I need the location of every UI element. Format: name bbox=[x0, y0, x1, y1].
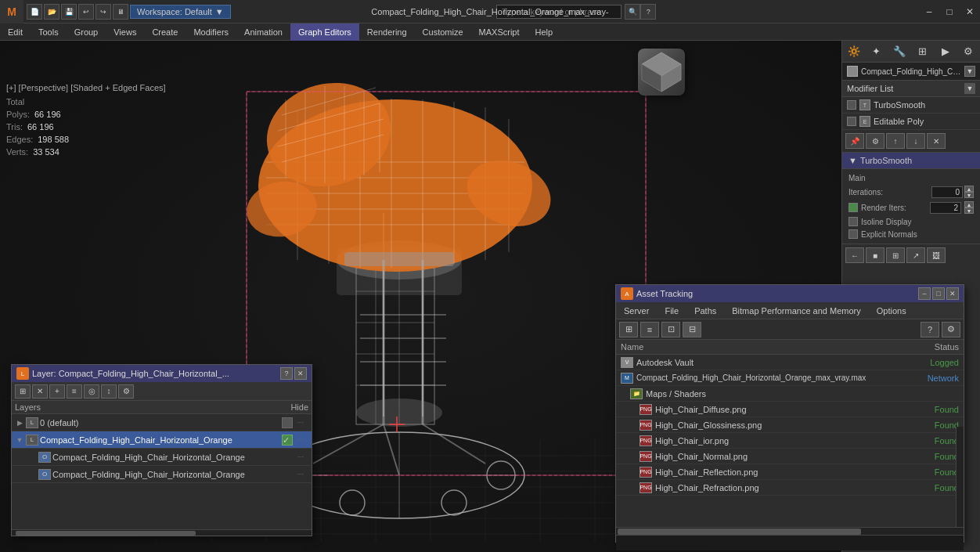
navigation-cube[interactable] bbox=[638, 49, 693, 103]
asset-row-maxfile[interactable]: M Compact_Folding_High_Chair_Horizontal_… bbox=[616, 370, 964, 386]
asset-menu-bitmap-perf[interactable]: Bitmap Performance and Memory bbox=[724, 305, 868, 317]
layer-icon-btn[interactable]: ⊞ bbox=[15, 384, 31, 399]
layer-scrollbar[interactable] bbox=[12, 529, 312, 536]
open-icon[interactable]: 📂 bbox=[44, 4, 59, 20]
asset-tb-btn1[interactable]: ⊞ bbox=[619, 322, 638, 337]
menu-edit[interactable]: Edit bbox=[0, 23, 31, 41]
redo-icon[interactable]: ↪ bbox=[95, 4, 111, 20]
minimize-button[interactable]: – bbox=[919, 2, 939, 22]
subtool-2[interactable]: ■ bbox=[866, 247, 885, 263]
asset-menu-file[interactable]: File bbox=[657, 305, 686, 317]
hierarchy-icon[interactable]: ⊞ bbox=[914, 43, 931, 60]
object-dropdown-btn[interactable]: ▼ bbox=[964, 66, 975, 77]
asset-row-maps-folder[interactable]: 📁 Maps / Shaders bbox=[616, 386, 964, 402]
asset-row-diffuse[interactable]: PNG High_Chair_Diffuse.png Found bbox=[616, 402, 964, 417]
maximize-button[interactable]: □ bbox=[939, 2, 960, 22]
display-icon[interactable]: 🔆 bbox=[845, 43, 863, 60]
close-button[interactable]: ✕ bbox=[960, 2, 980, 22]
explicit-normals-checkbox[interactable] bbox=[848, 229, 858, 239]
menu-graph-editors[interactable]: Graph Editors bbox=[290, 23, 359, 41]
asset-maximize-btn[interactable]: □ bbox=[932, 287, 945, 300]
modifier-editable-poly[interactable]: E Editable Poly bbox=[842, 114, 980, 130]
menu-group[interactable]: Group bbox=[67, 23, 106, 41]
layer-add-btn[interactable]: + bbox=[49, 384, 65, 399]
utility-icon[interactable]: ⚙ bbox=[960, 43, 977, 60]
asset-vertical-scrollbar[interactable] bbox=[956, 427, 964, 527]
asset-row-reflection[interactable]: PNG High_Chair_Reflection.png Found bbox=[616, 464, 964, 480]
asset-tb-btn2[interactable]: ≡ bbox=[640, 322, 659, 337]
move-down-btn[interactable]: ↓ bbox=[906, 133, 925, 149]
modifier-turbsmooth[interactable]: T TurboSmooth bbox=[842, 97, 980, 114]
asset-row-refraction[interactable]: PNG High_Chair_Refraction.png Found bbox=[616, 480, 964, 496]
asset-row-vault[interactable]: V Autodesk Vault Logged bbox=[616, 355, 964, 370]
iterations-up[interactable]: ▲ bbox=[964, 186, 974, 192]
nav-cube-face[interactable] bbox=[638, 49, 685, 96]
asset-tb-settings-btn[interactable]: ⚙ bbox=[942, 322, 960, 337]
pin-btn[interactable]: 📌 bbox=[845, 133, 864, 149]
isoline-checkbox[interactable] bbox=[848, 217, 858, 226]
asset-tb-btn3[interactable]: ⊡ bbox=[661, 322, 680, 337]
turbosmooth-checkbox[interactable] bbox=[847, 100, 856, 110]
layer-select-obj-btn[interactable]: ◎ bbox=[84, 384, 99, 399]
subtool-4[interactable]: ↗ bbox=[906, 247, 925, 263]
menu-create[interactable]: Create bbox=[144, 23, 186, 41]
new-icon[interactable]: 📄 bbox=[27, 4, 42, 20]
asset-row-normal[interactable]: PNG High_Chair_Normal.png Found bbox=[616, 449, 964, 464]
subtool-3[interactable]: ⊞ bbox=[886, 247, 905, 263]
configure-btn[interactable]: ⚙ bbox=[866, 133, 885, 149]
asset-minimize-btn[interactable]: – bbox=[918, 287, 931, 300]
subtool-5[interactable]: 🖼 bbox=[927, 247, 946, 263]
asset-menu-paths[interactable]: Paths bbox=[686, 305, 724, 317]
render-iters-up[interactable]: ▲ bbox=[964, 201, 974, 207]
layer-checkbox-0[interactable] bbox=[282, 417, 293, 428]
render-iters-checkbox[interactable] bbox=[848, 203, 858, 212]
layer-options-btn[interactable]: ⚙ bbox=[118, 384, 134, 399]
render-setup-icon[interactable]: 🖥 bbox=[113, 4, 128, 20]
editablepoly-checkbox[interactable] bbox=[847, 117, 856, 126]
help-btn[interactable]: ? bbox=[640, 4, 656, 20]
layer-delete-btn[interactable]: ✕ bbox=[32, 384, 48, 399]
modify-icon[interactable]: 🔧 bbox=[891, 43, 908, 60]
menu-maxscript[interactable]: MAXScript bbox=[471, 23, 528, 41]
layer-move-btn[interactable]: ↕ bbox=[101, 384, 117, 399]
menu-modifiers[interactable]: Modifiers bbox=[186, 23, 236, 41]
layer-item-0[interactable]: ▶ L 0 (default) ··· bbox=[12, 414, 312, 431]
undo-icon[interactable]: ↩ bbox=[78, 4, 94, 20]
layer-item-1[interactable]: ▼ L Compact_Folding_High_Chair_Horizonta… bbox=[12, 431, 312, 449]
menu-animation[interactable]: Animation bbox=[236, 23, 290, 41]
iterations-down[interactable]: ▼ bbox=[964, 192, 974, 198]
modifier-dropdown-btn[interactable]: ▼ bbox=[964, 83, 975, 94]
asset-tb-btn4[interactable]: ⊟ bbox=[683, 322, 701, 337]
menu-views[interactable]: Views bbox=[106, 23, 144, 41]
render-iters-input[interactable] bbox=[930, 202, 961, 214]
asset-close-btn[interactable]: ✕ bbox=[946, 287, 959, 300]
iterations-input[interactable] bbox=[931, 186, 963, 198]
menu-customize[interactable]: Customize bbox=[415, 23, 471, 41]
delete-mod-btn[interactable]: ✕ bbox=[927, 133, 946, 149]
motion-icon[interactable]: ▶ bbox=[937, 43, 954, 60]
create-icon[interactable]: ✦ bbox=[868, 43, 885, 60]
asset-row-ior[interactable]: PNG High_Chair_ior.png Found bbox=[616, 433, 964, 449]
search-btn[interactable]: 🔍 bbox=[625, 4, 640, 20]
asset-row-glossiness[interactable]: PNG High_Chair_Glossiness.png Found bbox=[616, 417, 964, 433]
asset-path-input[interactable] bbox=[616, 536, 964, 550]
asset-horizontal-scrollbar[interactable] bbox=[616, 527, 964, 535]
layer-question-btn[interactable]: ? bbox=[280, 367, 293, 380]
menu-rendering[interactable]: Rendering bbox=[359, 23, 415, 41]
menu-tools[interactable]: Tools bbox=[31, 23, 67, 41]
render-iters-down[interactable]: ▼ bbox=[964, 207, 974, 214]
expand-icon-0: ▶ bbox=[15, 418, 24, 428]
layer-item-3[interactable]: O Compact_Folding_High_Chair_Horizontal_… bbox=[12, 466, 312, 483]
object-color-swatch[interactable] bbox=[847, 66, 858, 77]
layer-select-all-btn[interactable]: ≡ bbox=[67, 384, 82, 399]
workspace-button[interactable]: Workspace: Default ▼ bbox=[130, 5, 231, 19]
asset-menu-options[interactable]: Options bbox=[869, 305, 914, 317]
layer-item-2[interactable]: O Compact_Folding_High_Chair_Horizontal_… bbox=[12, 449, 312, 466]
save-icon[interactable]: 💾 bbox=[61, 4, 77, 20]
menu-help[interactable]: Help bbox=[528, 23, 561, 41]
layer-close-btn[interactable]: ✕ bbox=[294, 367, 307, 380]
asset-menu-server[interactable]: Server bbox=[616, 305, 657, 317]
subtool-1[interactable]: ← bbox=[845, 247, 864, 263]
move-up-btn[interactable]: ↑ bbox=[886, 133, 905, 149]
asset-tb-help-btn[interactable]: ? bbox=[921, 322, 939, 337]
